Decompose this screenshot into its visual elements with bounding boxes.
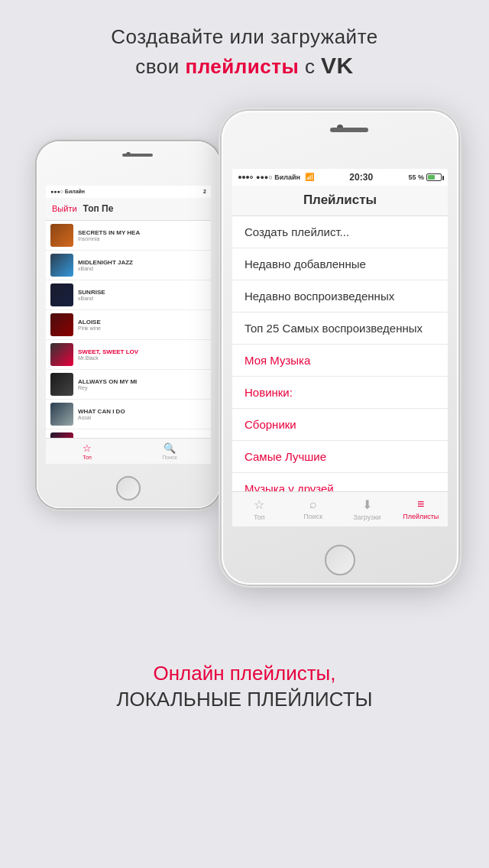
playlist-item[interactable]: Топ 25 Самых воспроизведенных — [232, 313, 448, 345]
back-song-info: What can i do Assai — [78, 408, 206, 420]
back-song-title: Secrets in my hea — [78, 229, 206, 236]
playlist-item[interactable]: Самые Лучшие — [232, 441, 448, 473]
back-song-title: Sweet, sweet lov — [78, 348, 206, 355]
back-song-item[interactable]: Sweet, sweet lov Mr.Black — [46, 340, 211, 370]
tab-icon: ☆ — [83, 442, 92, 454]
front-phone-screen: ●●●○ Билайн 📶 20:30 55 % Плейлисты Созда… — [232, 169, 448, 526]
playlist-item[interactable]: Создать плейлист... — [232, 216, 448, 248]
back-song-artist: xBand — [78, 266, 206, 271]
back-song-artist: Mr.Black — [78, 355, 206, 361]
front-phone: ●●●○ Билайн 📶 20:30 55 % Плейлисты Созда… — [222, 111, 458, 585]
back-phone: ●●●○ Билайн 2 Выйти Топ Пе Secrets in my… — [37, 141, 220, 508]
back-song-info: Sunrise xBand — [78, 289, 206, 301]
back-song-thumb — [50, 343, 73, 366]
front-phone-home[interactable] — [325, 545, 355, 575]
tab-label: Поиск — [162, 455, 176, 460]
back-phone-speaker — [122, 154, 153, 157]
front-tab-item[interactable]: ☆ Топ — [232, 497, 287, 521]
signal-dots — [238, 176, 253, 179]
dot4 — [250, 176, 253, 179]
back-song-artist: Insomnia — [78, 236, 206, 241]
back-nav-bar: Выйти Топ Пе — [46, 198, 211, 221]
back-nav-back[interactable]: Выйти — [52, 204, 77, 213]
tab-icon: ⬇ — [362, 497, 372, 512]
battery-fill — [428, 175, 435, 180]
back-song-title: Aloise — [78, 319, 206, 326]
back-song-thumb — [50, 403, 73, 426]
battery-percent: 55 % — [408, 173, 424, 181]
heading-line1: Создавайте или загружайте — [111, 25, 377, 48]
tab-label: Топ — [254, 513, 265, 521]
tab-icon: ≡ — [417, 497, 424, 511]
back-song-thumb — [50, 224, 73, 247]
back-song-thumb — [50, 373, 73, 396]
phones-container: ●●●○ Билайн 2 Выйти Топ Пе Secrets in my… — [0, 96, 489, 646]
battery-icon — [426, 173, 442, 181]
front-tab-bar: ☆ Топ ⌕ Поиск ⬇ Загрузки ≡ Плейлисты — [232, 491, 448, 526]
front-phone-speaker — [330, 128, 368, 132]
front-status-bar: ●●●○ Билайн 📶 20:30 55 % — [232, 169, 448, 186]
tab-icon: 🔍 — [164, 442, 176, 454]
tab-label: Загрузки — [353, 513, 381, 521]
status-bar-right: 55 % — [408, 173, 442, 181]
back-song-item[interactable]: Midlenight jazz xBand — [46, 251, 211, 280]
playlist-item[interactable]: Недавно воспроизведенных — [232, 280, 448, 313]
playlist-item[interactable]: Моя Музыка — [232, 345, 448, 377]
playlist-list: Создать плейлист...Недавно добавленныеНе… — [232, 216, 448, 526]
tab-icon: ⌕ — [309, 497, 317, 511]
back-song-item[interactable]: Sunrise xBand — [46, 280, 211, 310]
back-song-artist: Rey — [78, 385, 206, 390]
front-tab-item[interactable]: ⬇ Загрузки — [340, 497, 394, 521]
back-song-artist: Assai — [78, 415, 206, 420]
playlist-item[interactable]: Сборники — [232, 409, 448, 441]
tab-label: Топ — [83, 455, 91, 460]
playlist-item[interactable]: Недавно добавленные — [232, 248, 448, 280]
back-song-item[interactable]: What can i do Assai — [46, 400, 211, 429]
wifi-icon: 📶 — [305, 173, 314, 181]
front-carrier: ●●●○ Билайн — [256, 173, 300, 181]
back-song-artist: xBand — [78, 296, 206, 301]
front-time: 20:30 — [349, 172, 373, 183]
bottom-heading-line2: ЛОКАЛЬНЫЕ ПЛЕЙЛИСТЫ — [116, 688, 372, 711]
back-phone-screen: ●●●○ Билайн 2 Выйти Топ Пе Secrets in my… — [46, 186, 211, 464]
dot2 — [242, 176, 245, 179]
back-song-info: Sweet, sweet lov Mr.Black — [78, 348, 206, 361]
dot3 — [246, 176, 249, 179]
back-song-info: Aloise Pink wine — [78, 319, 206, 331]
back-song-item[interactable]: Secrets in my hea Insomnia — [46, 221, 211, 251]
back-song-list: Secrets in my hea Insomnia Midlenight ja… — [46, 221, 211, 464]
back-phone-home[interactable] — [116, 476, 141, 500]
front-tab-item[interactable]: ≡ Плейлисты — [394, 497, 449, 520]
back-tab-item[interactable]: 🔍 Поиск — [128, 442, 211, 460]
top-heading: Создавайте или загружайте свои плейлисты… — [0, 0, 489, 96]
back-song-info: Midlenight jazz xBand — [78, 259, 206, 271]
back-tab-item[interactable]: ☆ Топ — [46, 442, 128, 460]
front-nav-title: Плейлисты — [303, 193, 377, 208]
bottom-heading-line1: Онлайн плейлисты, — [153, 662, 335, 685]
front-tab-item[interactable]: ⌕ Поиск — [287, 497, 341, 520]
back-song-info: Secrets in my hea Insomnia — [78, 229, 206, 241]
back-nav-title: Топ Пе — [83, 203, 114, 214]
front-nav-bar: Плейлисты — [232, 186, 448, 216]
heading-line2: свои плейлисты с VK — [135, 55, 354, 78]
back-carrier: ●●●○ Билайн — [50, 189, 85, 194]
tab-label: Поиск — [303, 513, 322, 520]
back-song-title: Sunrise — [78, 289, 206, 296]
tab-label: Плейлисты — [403, 513, 439, 520]
back-song-title: Midlenight jazz — [78, 259, 206, 266]
back-tab-bar: ☆ Топ 🔍 Поиск — [46, 438, 211, 464]
back-song-item[interactable]: Allways on my mi Rey — [46, 370, 211, 400]
playlist-item[interactable]: Новинки: — [232, 377, 448, 409]
tab-icon: ☆ — [254, 497, 264, 512]
back-status-bar: ●●●○ Билайн 2 — [46, 186, 211, 198]
back-song-thumb — [50, 283, 73, 306]
back-song-thumb — [50, 313, 73, 336]
back-song-title: What can i do — [78, 408, 206, 415]
back-song-info: Allways on my mi Rey — [78, 378, 206, 390]
dot1 — [238, 176, 241, 179]
back-song-item[interactable]: Aloise Pink wine — [46, 310, 211, 340]
back-song-thumb — [50, 254, 73, 277]
back-song-artist: Pink wine — [78, 326, 206, 331]
status-bar-left: ●●●○ Билайн 📶 — [238, 173, 314, 181]
bottom-heading: Онлайн плейлисты, ЛОКАЛЬНЫЕ ПЛЕЙЛИСТЫ — [0, 646, 489, 721]
